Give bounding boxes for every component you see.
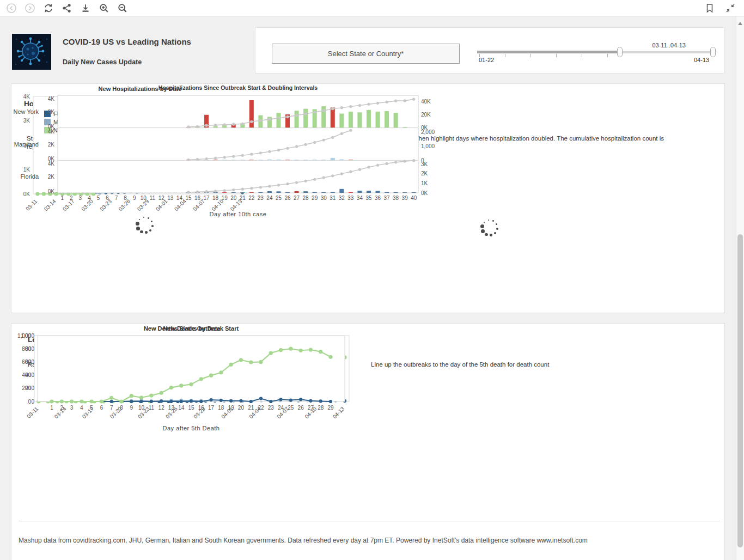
slider-min-label: 01-22 [479,57,494,63]
export-download-button[interactable] [80,2,92,14]
svg-text:1K: 1K [421,180,428,186]
svg-text:24: 24 [266,195,273,201]
spinner-dot [151,221,153,222]
svg-text:22: 22 [248,195,255,201]
slider-tick [556,54,557,57]
forward-button[interactable] [24,2,36,14]
loading-spinner [478,216,502,240]
svg-text:3: 3 [79,195,82,201]
svg-text:20: 20 [238,405,245,411]
spinner-dot [488,220,489,221]
svg-text:15: 15 [188,405,194,411]
svg-text:2: 2 [60,405,64,411]
svg-text:40K: 40K [421,99,431,105]
refresh-button[interactable] [42,2,54,14]
svg-text:33: 33 [347,195,354,201]
svg-text:29: 29 [327,405,334,411]
svg-text:New Deaths Since Outbreak Star: New Deaths Since Outbreak Start [144,325,239,332]
svg-text:4K: 4K [48,161,55,167]
bookmark-button[interactable] [704,2,716,14]
svg-text:0K: 0K [421,190,428,196]
svg-text:26: 26 [284,195,291,201]
svg-text:23: 23 [268,405,275,411]
collapse-icon [725,3,736,14]
zoom-in-button[interactable] [98,2,110,14]
svg-text:32: 32 [339,195,345,201]
zoom-in-icon [99,3,109,14]
svg-text:23: 23 [258,195,264,201]
spinner-dot [480,224,484,228]
svg-text:18: 18 [212,195,219,201]
svg-text:7: 7 [110,405,113,411]
svg-text:200: 200 [25,385,34,391]
slider-track-unselected[interactable] [477,51,620,53]
svg-text:0K: 0K [48,188,55,194]
chart-new-deaths-since-outbreak[interactable]: New Deaths Since Outbreak Start020040060… [11,324,371,441]
refresh-icon [43,3,54,14]
spinner-dot [496,223,497,225]
select-state-country-button[interactable]: Select State or Country* [272,44,460,64]
svg-text:34: 34 [357,195,363,201]
zoom-out-button[interactable] [117,2,129,14]
case-outcomes-section: Looking at the case outcomes Raw new dea… [11,323,725,560]
svg-text:1: 1 [60,195,64,201]
svg-text:28: 28 [318,405,324,411]
slider-selected-range-label: 03-11..04-13 [652,42,686,48]
svg-text:25: 25 [288,405,294,411]
svg-text:26: 26 [298,405,304,411]
slider-tick [582,54,582,57]
scrollbar-thumb[interactable] [737,234,743,547]
footer-attribution: Mashup data from covidtracking.com, JHU,… [19,537,588,544]
svg-text:12: 12 [158,195,165,201]
svg-text:2K: 2K [421,171,428,176]
svg-text:1,000: 1,000 [21,333,34,339]
date-range-slider: 03-11..04-13 01-22 04-13 [477,28,721,73]
spinner-dot [139,219,140,220]
svg-text:17: 17 [204,195,210,201]
toolbar-left-group [5,2,129,14]
svg-text:11: 11 [150,195,156,201]
loading-spinner [133,213,157,237]
svg-text:2K: 2K [48,142,55,148]
forward-icon [25,3,35,14]
svg-text:20K: 20K [421,112,431,118]
back-button[interactable] [5,2,17,14]
svg-text:15: 15 [185,195,192,201]
chart-hospitalizations-since-outbreak[interactable]: Hospitalizations Since Outbreak Start & … [11,84,442,223]
vertical-scrollbar[interactable] [736,16,744,560]
scroll-up-arrow[interactable] [738,22,742,25]
slider-tick [530,54,531,57]
slider-track-selected[interactable] [620,51,714,53]
svg-text:19: 19 [222,195,228,201]
svg-text:38: 38 [393,195,399,201]
spinner-dot [148,217,149,219]
svg-text:8: 8 [124,195,127,201]
svg-text:New York: New York [14,108,39,115]
svg-text:11: 11 [149,405,155,411]
collapse-button[interactable] [724,2,736,14]
svg-text:Day after 5th Death: Day after 5th Death [163,425,220,431]
bookmark-icon [704,3,715,14]
svg-text:35: 35 [365,195,372,201]
svg-text:10: 10 [141,195,147,201]
svg-text:0: 0 [31,399,34,405]
svg-text:6: 6 [106,195,109,201]
share-button[interactable] [61,2,73,14]
svg-text:Florida: Florida [20,173,39,180]
slider-handle-start[interactable] [617,47,623,57]
toolbar-right-group [704,2,736,14]
svg-text:21: 21 [248,405,254,411]
back-icon [6,3,17,14]
svg-text:27: 27 [294,195,300,201]
svg-text:39: 39 [402,195,408,201]
svg-text:19: 19 [228,405,235,411]
svg-text:20: 20 [230,195,237,201]
spinner-dot [151,225,154,227]
spinner-dot [140,230,143,234]
svg-text:2: 2 [70,195,73,201]
spinner-dot [492,220,494,222]
svg-text:4K: 4K [48,129,55,135]
svg-text:Day after 10th case: Day after 10th case [210,211,267,217]
svg-text:4: 4 [80,405,83,411]
slider-handle-end[interactable] [710,47,716,57]
